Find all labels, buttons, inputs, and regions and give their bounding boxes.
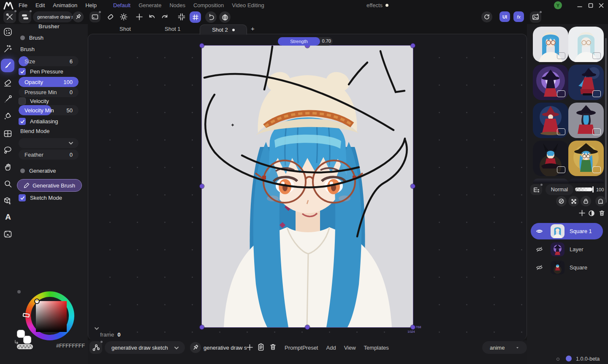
tag-icon-button[interactable] <box>106 13 114 22</box>
generated-image-thumbnail[interactable] <box>568 103 604 138</box>
transform-handle[interactable] <box>411 325 415 329</box>
panel-collapse-dot[interactable] <box>17 290 21 293</box>
generated-image-thumbnail-clipped[interactable] <box>568 179 604 183</box>
menu-edit[interactable]: Edit <box>35 2 45 8</box>
object-3d-tool-icon[interactable] <box>3 196 13 207</box>
grid-table-tool-icon[interactable] <box>3 129 13 140</box>
brush-preset-field[interactable]: generative draw sk <box>33 11 73 22</box>
transform-handle[interactable] <box>200 184 204 188</box>
color-wheel[interactable] <box>25 291 74 340</box>
delete-preset-button[interactable] <box>269 343 277 352</box>
background-color-swatch[interactable] <box>23 336 31 344</box>
ui-toggle-button[interactable]: UI <box>499 11 510 22</box>
shot-tab-2[interactable]: Shot 1 <box>165 26 181 32</box>
image-gallery-button[interactable] <box>530 11 541 23</box>
velocity-checkbox[interactable]: Velocity <box>19 98 49 105</box>
layer-blend-mode-dropdown[interactable]: Normal <box>546 184 573 195</box>
view-menu[interactable]: View <box>344 345 356 351</box>
timeline-collapse-chevron[interactable] <box>94 325 99 331</box>
refresh-button[interactable] <box>481 11 492 22</box>
node-name-field[interactable]: generative draw s <box>204 345 247 351</box>
generated-image-thumbnail[interactable] <box>533 27 568 62</box>
sphere-3d-button[interactable] <box>219 11 231 23</box>
panels-button[interactable] <box>19 11 31 23</box>
paint-bucket-tool-icon[interactable] <box>3 111 13 122</box>
lock-layer-button[interactable] <box>581 196 591 206</box>
add-layer-button[interactable] <box>578 209 586 218</box>
strength-slider[interactable]: Strength 0.70 <box>278 37 333 46</box>
transform-handle[interactable] <box>200 325 204 329</box>
pin-preset-button[interactable] <box>190 342 201 353</box>
canvas-image[interactable] <box>202 46 413 327</box>
tools-button[interactable] <box>3 11 16 23</box>
effects-menu[interactable]: effects <box>366 2 383 8</box>
sv-cursor[interactable] <box>34 299 40 304</box>
lasso-tool-icon[interactable] <box>3 145 13 156</box>
eye-hidden-icon[interactable] <box>536 246 543 253</box>
transform-handle[interactable] <box>411 184 415 188</box>
add-shot-button[interactable]: + <box>251 25 255 32</box>
gallery-scrollbar[interactable] <box>605 38 607 203</box>
shot-tab-1[interactable]: Shot <box>119 26 131 32</box>
video-frame-tool-icon[interactable] <box>3 229 13 240</box>
brush-mode-radio[interactable]: Brush <box>20 35 43 41</box>
eraser-tool-icon[interactable] <box>3 78 13 89</box>
minimize-button[interactable] <box>576 2 584 9</box>
fx-button[interactable]: fx <box>513 11 524 22</box>
reset-rotation-button[interactable] <box>205 11 217 23</box>
frame-button[interactable] <box>90 11 100 22</box>
transform-handle[interactable] <box>305 325 309 329</box>
workspace-tab-default[interactable]: Default <box>113 2 130 8</box>
transform-handle[interactable] <box>411 43 415 48</box>
generated-image-thumbnail[interactable] <box>568 65 604 100</box>
layer-row-layer[interactable]: Layer <box>531 241 603 258</box>
sketch-mode-checkbox[interactable]: Sketch Mode <box>19 194 62 201</box>
grid-toggle-button[interactable] <box>190 11 201 23</box>
transform-handle[interactable] <box>200 43 204 48</box>
pressure-min-slider[interactable]: Pressure Min 0 <box>19 87 79 97</box>
zoom-tool-icon[interactable] <box>3 179 13 190</box>
shot-tab-3-active[interactable]: Shot 2 <box>200 24 247 35</box>
sticker-tool-icon[interactable] <box>3 27 13 38</box>
ghost-reference-button[interactable] <box>595 196 606 206</box>
text-tool-icon[interactable]: A <box>3 212 13 222</box>
pen-pressure-checkbox[interactable]: Pen Pressure <box>19 68 63 75</box>
add-button[interactable] <box>135 13 144 22</box>
generative-brush-button[interactable]: Generative Brush <box>17 179 82 192</box>
workspace-tab-nodes[interactable]: Nodes <box>169 2 185 8</box>
brush-tool-active[interactable] <box>1 59 14 72</box>
delete-layer-button[interactable] <box>598 209 605 218</box>
settings-gear-button[interactable] <box>119 13 128 22</box>
opacity-slider[interactable]: Opacity 100 <box>19 77 79 87</box>
generated-image-thumbnail[interactable] <box>568 27 604 62</box>
generative-preset-dropdown[interactable]: generative draw sketch <box>105 341 185 354</box>
generated-image-thumbnail[interactable] <box>533 65 568 100</box>
fit-view-button[interactable] <box>177 13 186 22</box>
feather-slider[interactable]: Feather 0 <box>19 149 79 160</box>
templates-menu[interactable]: Templates <box>364 345 389 351</box>
avatar[interactable]: Y <box>554 1 562 9</box>
layer-row-square-1[interactable]: Square 1 <box>531 223 603 239</box>
workspace-tab-video-editing[interactable]: Video Editing <box>232 2 264 8</box>
workspace-tab-generate[interactable]: Generate <box>138 2 161 8</box>
size-slider[interactable]: Size 6 <box>19 56 79 66</box>
adjustment-layer-button[interactable] <box>588 210 595 218</box>
alpha-bar[interactable] <box>17 344 33 349</box>
undo-button[interactable] <box>148 13 156 22</box>
menu-file[interactable]: File <box>19 2 27 8</box>
eye-visible-icon[interactable] <box>536 228 543 234</box>
layer-opacity-knob[interactable] <box>592 186 594 193</box>
generative-mode-radio[interactable]: Generative <box>20 168 56 174</box>
nodes-button[interactable] <box>90 341 102 354</box>
eyedropper-tool-icon[interactable] <box>3 95 13 105</box>
hand-tool-icon[interactable] <box>3 162 13 173</box>
menu-help[interactable]: Help <box>85 2 97 8</box>
saturation-value-square[interactable] <box>36 301 67 332</box>
transparency-lock-button[interactable] <box>568 196 579 206</box>
duplicate-preset-button[interactable] <box>257 343 265 353</box>
prompt-preset-menu[interactable]: PromptPreset <box>285 345 318 351</box>
generated-image-thumbnail[interactable] <box>533 103 568 138</box>
blend-mode-dropdown[interactable] <box>19 138 79 148</box>
menu-animation[interactable]: Animation <box>53 2 77 8</box>
workspace-tab-composition[interactable]: Composition <box>193 2 224 8</box>
